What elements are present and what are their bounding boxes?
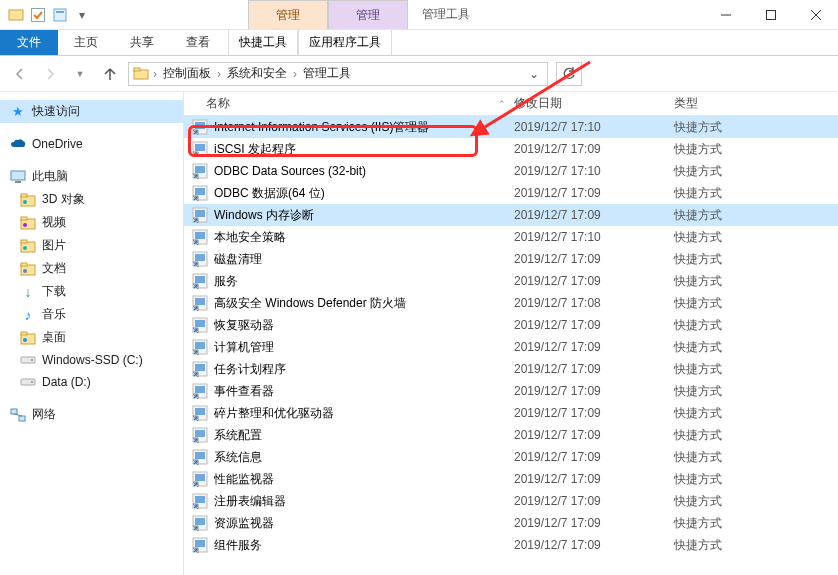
file-type: 快捷方式 xyxy=(674,317,838,334)
ribbon-view-tab[interactable]: 查看 xyxy=(170,30,226,55)
sidebar-item[interactable]: 文档 xyxy=(0,257,183,280)
sidebar-quick-access[interactable]: ★ 快速访问 xyxy=(0,100,183,123)
sidebar-onedrive[interactable]: OneDrive xyxy=(0,133,183,155)
shortcut-icon xyxy=(192,229,208,245)
svg-rect-65 xyxy=(195,452,205,459)
contextual-tabs: 管理 管理 xyxy=(248,0,408,29)
file-row[interactable]: 磁盘清理2019/12/7 17:09快捷方式 xyxy=(184,248,838,270)
sidebar-network[interactable]: 网络 xyxy=(0,403,183,426)
file-row[interactable]: 事件查看器2019/12/7 17:09快捷方式 xyxy=(184,380,838,402)
file-row[interactable]: iSCSI 发起程序2019/12/7 17:09快捷方式 xyxy=(184,138,838,160)
chevron-right-icon[interactable]: › xyxy=(153,67,157,81)
file-type: 快捷方式 xyxy=(674,361,838,378)
file-name: 系统信息 xyxy=(214,449,262,466)
file-row[interactable]: 服务2019/12/7 17:09快捷方式 xyxy=(184,270,838,292)
sidebar-this-pc[interactable]: 此电脑 xyxy=(0,165,183,188)
sidebar-item[interactable]: 视频 xyxy=(0,211,183,234)
file-name: 资源监视器 xyxy=(214,515,274,532)
file-date: 2019/12/7 17:10 xyxy=(514,230,674,244)
svg-point-14 xyxy=(23,200,27,204)
svg-rect-69 xyxy=(195,496,205,503)
file-name: 系统配置 xyxy=(214,427,262,444)
refresh-button[interactable] xyxy=(556,62,582,86)
column-header-date[interactable]: 修改日期 xyxy=(514,95,674,112)
sidebar-item[interactable]: ↓下载 xyxy=(0,280,183,303)
file-row[interactable]: ODBC Data Sources (32-bit)2019/12/7 17:1… xyxy=(184,160,838,182)
svg-rect-41 xyxy=(195,188,205,195)
file-row[interactable]: 组件服务2019/12/7 17:09快捷方式 xyxy=(184,534,838,556)
file-row[interactable]: 系统配置2019/12/7 17:09快捷方式 xyxy=(184,424,838,446)
star-icon: ★ xyxy=(10,104,26,120)
column-header-name[interactable]: 名称 ⌃ xyxy=(184,95,514,112)
app-icon xyxy=(8,7,24,23)
ribbon-app-tools[interactable]: 应用程序工具 xyxy=(298,30,392,55)
breadcrumb-control-panel[interactable]: 控制面板 xyxy=(161,65,213,82)
file-name: iSCSI 发起程序 xyxy=(214,141,296,158)
file-row[interactable]: ODBC 数据源(64 位)2019/12/7 17:09快捷方式 xyxy=(184,182,838,204)
qat-checkbox-icon[interactable] xyxy=(30,7,46,23)
file-row[interactable]: 任务计划程序2019/12/7 17:09快捷方式 xyxy=(184,358,838,380)
file-type: 快捷方式 xyxy=(674,449,838,466)
chevron-right-icon[interactable]: › xyxy=(217,67,221,81)
ribbon-shortcut-tools[interactable]: 快捷工具 xyxy=(228,30,298,55)
column-header-type[interactable]: 类型 xyxy=(674,95,838,112)
ribbon-home-tab[interactable]: 主页 xyxy=(58,30,114,55)
breadcrumb-admin-tools[interactable]: 管理工具 xyxy=(301,65,353,82)
file-type: 快捷方式 xyxy=(674,229,838,246)
ribbon-tabs: 文件 主页 共享 查看 快捷工具 应用程序工具 xyxy=(0,30,838,56)
ribbon-file-tab[interactable]: 文件 xyxy=(0,30,58,55)
nav-up-button[interactable] xyxy=(98,62,122,86)
qat-dropdown-icon[interactable]: ▾ xyxy=(74,7,90,23)
window-title: 管理工具 xyxy=(408,0,484,29)
address-box[interactable]: › 控制面板 › 系统和安全 › 管理工具 ⌄ xyxy=(128,62,548,86)
file-row[interactable]: Internet Information Services (IIS)管理器20… xyxy=(184,116,838,138)
file-row[interactable]: Windows 内存诊断2019/12/7 17:09快捷方式 xyxy=(184,204,838,226)
svg-rect-43 xyxy=(195,210,205,217)
file-date: 2019/12/7 17:09 xyxy=(514,340,674,354)
file-name: 注册表编辑器 xyxy=(214,493,286,510)
contextual-tab-app[interactable]: 管理 xyxy=(328,0,408,29)
docs-icon xyxy=(20,261,36,277)
minimize-button[interactable] xyxy=(703,0,748,29)
maximize-button[interactable] xyxy=(748,0,793,29)
sidebar-item[interactable]: 3D 对象 xyxy=(0,188,183,211)
file-row[interactable]: 本地安全策略2019/12/7 17:10快捷方式 xyxy=(184,226,838,248)
drive-icon xyxy=(20,374,36,390)
nav-forward-button[interactable] xyxy=(38,62,62,86)
file-row[interactable]: 注册表编辑器2019/12/7 17:09快捷方式 xyxy=(184,490,838,512)
sidebar-item[interactable]: ♪音乐 xyxy=(0,303,183,326)
file-row[interactable]: 资源监视器2019/12/7 17:09快捷方式 xyxy=(184,512,838,534)
pc-icon xyxy=(10,169,26,185)
file-row[interactable]: 计算机管理2019/12/7 17:09快捷方式 xyxy=(184,336,838,358)
file-name: 事件查看器 xyxy=(214,383,274,400)
svg-rect-55 xyxy=(195,342,205,349)
file-row[interactable]: 高级安全 Windows Defender 防火墙2019/12/7 17:08… xyxy=(184,292,838,314)
svg-point-26 xyxy=(23,338,27,342)
sidebar-item[interactable]: Windows-SSD (C:) xyxy=(0,349,183,371)
file-type: 快捷方式 xyxy=(674,405,838,422)
file-date: 2019/12/7 17:09 xyxy=(514,538,674,552)
qat-properties-icon[interactable] xyxy=(52,7,68,23)
address-dropdown-icon[interactable]: ⌄ xyxy=(525,67,543,81)
ribbon-share-tab[interactable]: 共享 xyxy=(114,30,170,55)
close-button[interactable] xyxy=(793,0,838,29)
file-row[interactable]: 系统信息2019/12/7 17:09快捷方式 xyxy=(184,446,838,468)
file-date: 2019/12/7 17:09 xyxy=(514,516,674,530)
chevron-right-icon[interactable]: › xyxy=(293,67,297,81)
network-icon xyxy=(10,407,26,423)
file-type: 快捷方式 xyxy=(674,427,838,444)
file-row[interactable]: 恢复驱动器2019/12/7 17:09快捷方式 xyxy=(184,314,838,336)
nav-back-button[interactable] xyxy=(8,62,32,86)
file-type: 快捷方式 xyxy=(674,515,838,532)
svg-rect-3 xyxy=(56,11,64,13)
file-row[interactable]: 碎片整理和优化驱动器2019/12/7 17:09快捷方式 xyxy=(184,402,838,424)
breadcrumb-system-security[interactable]: 系统和安全 xyxy=(225,65,289,82)
svg-rect-25 xyxy=(21,332,27,335)
contextual-tab-shortcut[interactable]: 管理 xyxy=(248,0,328,29)
sidebar-item[interactable]: 桌面 xyxy=(0,326,183,349)
sidebar-item[interactable]: 图片 xyxy=(0,234,183,257)
file-row[interactable]: 性能监视器2019/12/7 17:09快捷方式 xyxy=(184,468,838,490)
nav-recent-button[interactable]: ▼ xyxy=(68,62,92,86)
file-date: 2019/12/7 17:09 xyxy=(514,318,674,332)
sidebar-item[interactable]: Data (D:) xyxy=(0,371,183,393)
